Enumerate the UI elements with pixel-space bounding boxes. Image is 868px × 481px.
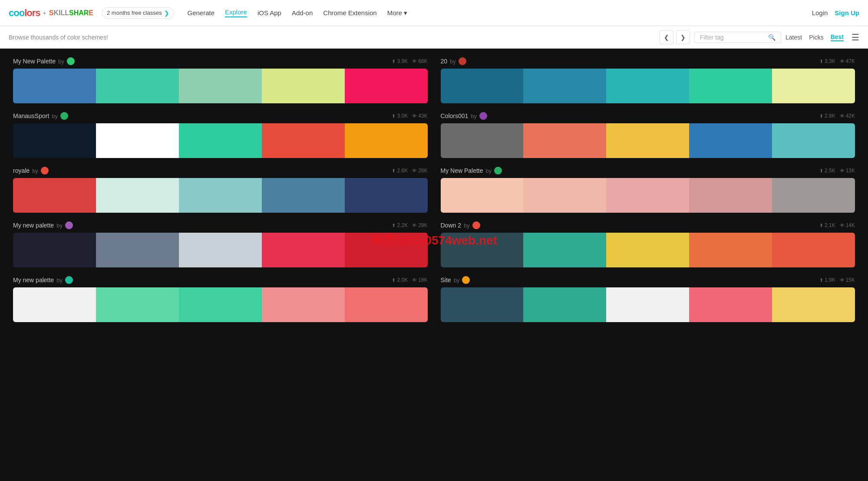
color-swatch[interactable] [772, 69, 855, 103]
upload-icon: ⬆ [819, 277, 823, 283]
tab-picks[interactable]: Picks [809, 34, 823, 41]
palette-name: Site [441, 277, 451, 283]
palette-name: My new palette [13, 277, 54, 283]
tab-best[interactable]: Best [831, 33, 844, 41]
color-swatch[interactable] [262, 287, 345, 322]
nav-more[interactable]: More ▾ [387, 9, 407, 17]
color-swatch[interactable] [772, 123, 855, 158]
promo-banner[interactable]: 2 months free classes ❯ [102, 7, 174, 19]
color-swatch[interactable] [772, 287, 855, 322]
color-swatch[interactable] [441, 123, 524, 158]
color-swatch[interactable] [523, 233, 606, 267]
next-arrow[interactable]: ❯ [676, 30, 690, 44]
color-swatch[interactable] [262, 123, 345, 158]
color-swatch[interactable] [96, 287, 179, 322]
palette-saves: ⬆ 2.8K [819, 113, 835, 119]
color-swatch[interactable] [179, 287, 262, 322]
palette-avatar [494, 167, 502, 175]
color-swatch[interactable] [689, 287, 772, 322]
palette-swatches[interactable] [441, 123, 855, 158]
nav-generate[interactable]: Generate [187, 9, 215, 16]
color-swatch[interactable] [262, 233, 345, 267]
palette-header: Down 2 by ⬆ 2.1K👁 14K [441, 221, 855, 229]
palette-swatches[interactable] [441, 233, 855, 267]
color-swatch[interactable] [441, 178, 524, 213]
palette-saves: ⬆ 2.0K [392, 277, 408, 283]
color-swatch[interactable] [179, 123, 262, 158]
palette-stats: ⬆ 1.9K👁 15K [819, 277, 855, 283]
palette-name: My new palette [13, 222, 54, 229]
palette-avatar [459, 57, 466, 65]
color-swatch[interactable] [606, 69, 689, 103]
palette-stats: ⬆ 2.0K👁 18K [392, 277, 427, 283]
palette-swatches[interactable] [441, 287, 855, 322]
signup-button[interactable]: Sign Up [835, 9, 859, 16]
palette-name: My New Palette [13, 58, 56, 65]
prev-arrow[interactable]: ❮ [660, 30, 673, 44]
login-button[interactable]: Login [812, 9, 828, 16]
tab-latest[interactable]: Latest [785, 34, 802, 41]
nav-ios-app[interactable]: iOS App [257, 9, 281, 16]
color-swatch[interactable] [13, 69, 96, 103]
color-swatch[interactable] [13, 233, 96, 267]
palette-swatches[interactable] [441, 178, 855, 213]
color-swatch[interactable] [606, 233, 689, 267]
palette-swatches[interactable] [13, 287, 428, 322]
color-swatch[interactable] [96, 178, 179, 213]
palette-card: royale by ⬆ 2.6K👁 28K [13, 167, 428, 213]
palette-stats: ⬆ 2.8K👁 42K [819, 113, 855, 119]
color-swatch[interactable] [96, 123, 179, 158]
palette-header: My New Palette by ⬆ 2.5K👁 13K [441, 167, 855, 175]
color-swatch[interactable] [441, 233, 524, 267]
color-swatch[interactable] [689, 178, 772, 213]
nav-explore[interactable]: Explore [225, 8, 247, 17]
color-swatch[interactable] [606, 123, 689, 158]
color-swatch[interactable] [13, 178, 96, 213]
color-swatch[interactable] [96, 233, 179, 267]
filter-tag-input[interactable]: Filter tag 🔍 [694, 32, 781, 43]
color-swatch[interactable] [345, 287, 428, 322]
nav-addon[interactable]: Add-on [292, 9, 313, 16]
palette-swatches[interactable] [13, 233, 428, 267]
color-swatch[interactable] [13, 287, 96, 322]
color-swatch[interactable] [772, 178, 855, 213]
color-swatch[interactable] [345, 123, 428, 158]
color-swatch[interactable] [689, 123, 772, 158]
color-swatch[interactable] [179, 69, 262, 103]
color-swatch[interactable] [96, 69, 179, 103]
color-swatch[interactable] [345, 178, 428, 213]
color-swatch[interactable] [345, 233, 428, 267]
color-swatch[interactable] [262, 69, 345, 103]
color-swatch[interactable] [13, 123, 96, 158]
palette-swatches[interactable] [13, 69, 428, 103]
palette-swatches[interactable] [13, 178, 428, 213]
color-swatch[interactable] [345, 69, 428, 103]
color-swatch[interactable] [606, 178, 689, 213]
color-swatch[interactable] [179, 233, 262, 267]
coolors-logo[interactable]: coolors [9, 7, 40, 19]
palette-card: Site by ⬆ 1.9K👁 15K [441, 276, 855, 322]
palette-swatches[interactable] [441, 69, 855, 103]
color-swatch[interactable] [689, 233, 772, 267]
palette-saves: ⬆ 3.3K [819, 58, 835, 64]
color-swatch[interactable] [179, 178, 262, 213]
palette-avatar [60, 112, 68, 120]
color-swatch[interactable] [523, 69, 606, 103]
color-swatch[interactable] [441, 287, 524, 322]
palette-views: 👁 14K [840, 222, 855, 228]
eye-icon: 👁 [412, 113, 417, 119]
hamburger-menu-icon[interactable]: ☰ [851, 32, 859, 43]
color-swatch[interactable] [689, 69, 772, 103]
palette-avatar [65, 221, 73, 229]
color-swatch[interactable] [523, 123, 606, 158]
palette-swatches[interactable] [13, 123, 428, 158]
color-swatch[interactable] [262, 178, 345, 213]
color-swatch[interactable] [441, 69, 524, 103]
nav-chrome-extension[interactable]: Chrome Extension [323, 9, 376, 16]
color-swatch[interactable] [523, 287, 606, 322]
color-swatch[interactable] [772, 233, 855, 267]
color-swatch[interactable] [523, 178, 606, 213]
palette-name: ManausSport [13, 112, 49, 119]
color-swatch[interactable] [606, 287, 689, 322]
skillshare-logo[interactable]: SKILLSHARE [49, 9, 93, 17]
